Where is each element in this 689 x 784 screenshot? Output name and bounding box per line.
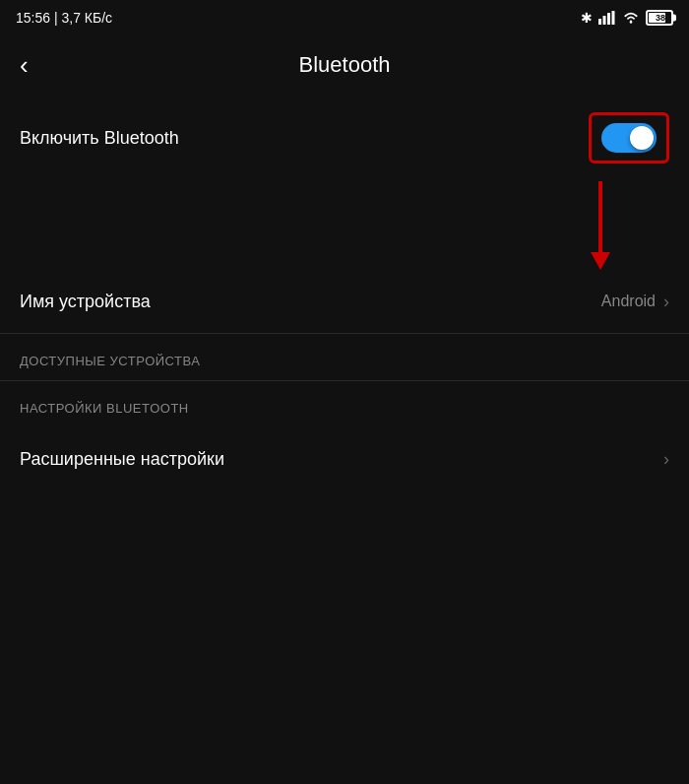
bluetooth-toggle[interactable] xyxy=(601,123,657,153)
bluetooth-status-icon: ✱ xyxy=(581,10,593,26)
device-name-value-group: Android › xyxy=(601,292,669,312)
available-devices-section: ДОСТУПНЫЕ УСТРОЙСТВА xyxy=(0,334,689,380)
bluetooth-settings-section: НАСТРОЙКИ BLUETOOTH xyxy=(0,381,689,427)
advanced-settings-value-group: › xyxy=(663,449,669,470)
device-name-chevron-icon: › xyxy=(663,292,669,312)
arrow-annotation-container xyxy=(0,181,689,270)
page-header: ‹ Bluetooth xyxy=(0,35,689,95)
bluetooth-enable-label: Включить Bluetooth xyxy=(20,128,179,149)
bluetooth-enable-row: Включить Bluetooth xyxy=(0,95,689,181)
svg-point-4 xyxy=(630,21,633,24)
svg-rect-0 xyxy=(598,19,601,25)
status-bar: 15:56 | 3,7 КБ/с ✱ 38 xyxy=(0,0,689,35)
page-title: Bluetooth xyxy=(299,52,391,78)
advanced-settings-row[interactable]: Расширенные настройки › xyxy=(0,427,689,490)
settings-list: Включить Bluetooth Имя устройства Androi… xyxy=(0,95,689,490)
signal-icon xyxy=(598,11,616,25)
svg-rect-1 xyxy=(603,16,606,25)
bluetooth-toggle-highlight xyxy=(589,112,669,163)
battery-icon: 38 xyxy=(646,10,673,26)
back-button[interactable]: ‹ xyxy=(20,52,29,78)
advanced-settings-chevron-icon: › xyxy=(663,449,669,470)
red-arrow xyxy=(591,181,610,270)
device-name-row[interactable]: Имя устройства Android › xyxy=(0,270,689,333)
toggle-knob xyxy=(630,126,654,150)
wifi-icon xyxy=(622,11,640,25)
device-name-value: Android xyxy=(601,293,656,310)
status-icons: ✱ 38 xyxy=(581,10,673,26)
advanced-settings-label: Расширенные настройки xyxy=(20,449,224,470)
status-time: 15:56 | 3,7 КБ/с xyxy=(16,10,112,26)
svg-rect-3 xyxy=(612,11,615,25)
device-name-label: Имя устройства xyxy=(20,292,151,312)
svg-rect-2 xyxy=(607,13,610,25)
bluetooth-toggle-wrapper[interactable] xyxy=(601,123,657,153)
